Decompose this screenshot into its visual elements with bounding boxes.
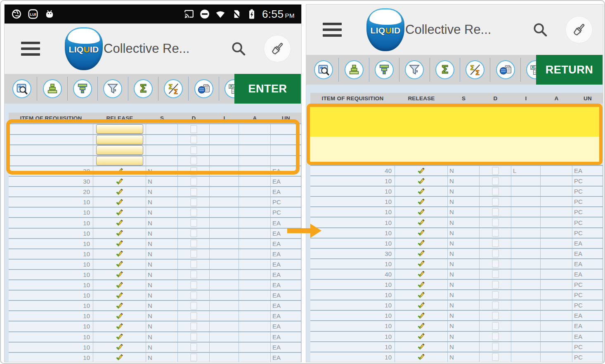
row-checkbox[interactable] bbox=[190, 239, 197, 248]
row-checkbox[interactable] bbox=[492, 332, 499, 340]
row-checkbox[interactable] bbox=[190, 302, 197, 310]
row-checkbox[interactable] bbox=[190, 353, 197, 362]
filter-button[interactable] bbox=[399, 58, 430, 82]
row-checkbox[interactable] bbox=[492, 218, 499, 227]
column-header-un[interactable]: UN bbox=[271, 115, 301, 121]
row-checkbox[interactable] bbox=[190, 312, 197, 320]
column-header-un[interactable]: UN bbox=[572, 95, 603, 102]
row-checkbox[interactable] bbox=[492, 208, 499, 216]
row-checkbox[interactable] bbox=[492, 229, 499, 237]
row-checkbox[interactable] bbox=[190, 343, 197, 351]
find-button[interactable] bbox=[309, 58, 339, 82]
enter-button[interactable]: ENTER bbox=[234, 74, 301, 104]
table-row[interactable]: 10 N PC D bbox=[310, 289, 603, 300]
table-row[interactable]: 10 N PC D bbox=[310, 175, 603, 186]
column-header-i[interactable]: I bbox=[511, 95, 541, 102]
row-checkbox[interactable] bbox=[492, 291, 499, 299]
row-checkbox[interactable] bbox=[190, 250, 197, 258]
row-checkbox[interactable] bbox=[492, 270, 499, 278]
table-row[interactable]: 10 N PC D bbox=[310, 186, 603, 196]
row-checkbox[interactable] bbox=[492, 198, 499, 206]
filter-checkbox[interactable] bbox=[190, 146, 197, 154]
menu-button[interactable] bbox=[21, 42, 40, 56]
row-checkbox[interactable] bbox=[492, 343, 499, 351]
table-row[interactable]: 10 N EA D bbox=[9, 300, 301, 310]
row-checkbox[interactable] bbox=[190, 177, 197, 186]
table-row[interactable]: 10 N PC D bbox=[9, 196, 301, 207]
row-checkbox[interactable] bbox=[492, 167, 499, 175]
table-row[interactable]: 10 N EA D bbox=[310, 238, 603, 248]
table-row[interactable]: 10 N PC D bbox=[310, 206, 603, 217]
table-row[interactable]: 30 N EA D bbox=[310, 248, 603, 258]
row-checkbox[interactable] bbox=[190, 291, 197, 300]
release-filter-input[interactable] bbox=[96, 124, 143, 134]
column-header-release[interactable]: RELEASE bbox=[93, 115, 146, 121]
table-row[interactable]: 10 N PC D bbox=[310, 196, 603, 206]
style-button[interactable] bbox=[264, 35, 291, 62]
filter-button[interactable] bbox=[98, 77, 128, 101]
row-checkbox[interactable] bbox=[492, 322, 499, 330]
filter-checkbox[interactable] bbox=[190, 135, 197, 144]
table-row[interactable]: 10 N PC D bbox=[310, 352, 603, 362]
table-row[interactable]: 10 N EA D bbox=[9, 269, 301, 279]
row-checkbox[interactable] bbox=[190, 208, 197, 217]
row-checkbox[interactable] bbox=[492, 177, 499, 185]
table-row[interactable]: 10 N EA D bbox=[9, 248, 301, 259]
column-header-a[interactable]: A bbox=[541, 95, 572, 102]
subtotal-button[interactable] bbox=[460, 58, 490, 82]
return-button[interactable]: RETURN bbox=[536, 55, 603, 85]
sum-button[interactable] bbox=[430, 58, 460, 82]
release-filter-input[interactable] bbox=[96, 156, 143, 165]
table-row[interactable]: 40 N L EA D bbox=[310, 165, 603, 175]
column-header-release[interactable]: RELEASE bbox=[395, 95, 448, 102]
row-checkbox[interactable] bbox=[190, 167, 197, 175]
row-checkbox[interactable] bbox=[492, 260, 499, 268]
sort-descending-button[interactable] bbox=[68, 77, 98, 101]
views-button[interactable] bbox=[490, 58, 520, 82]
sort-ascending-button[interactable] bbox=[339, 58, 369, 82]
row-checkbox[interactable] bbox=[190, 188, 197, 196]
sort-descending-button[interactable] bbox=[369, 58, 399, 82]
column-header-d[interactable]: D bbox=[178, 115, 210, 121]
row-checkbox[interactable] bbox=[190, 229, 197, 237]
sum-button[interactable] bbox=[128, 77, 158, 101]
column-header-i[interactable]: I bbox=[210, 115, 239, 121]
row-checkbox[interactable] bbox=[190, 333, 197, 341]
row-checkbox[interactable] bbox=[492, 187, 499, 196]
release-filter-input[interactable] bbox=[96, 145, 143, 155]
table-row[interactable]: 30 N EA D bbox=[9, 176, 301, 186]
row-checkbox[interactable] bbox=[492, 281, 499, 289]
filter-checkbox[interactable] bbox=[190, 125, 197, 133]
table-row[interactable]: 10 N EA D bbox=[9, 290, 301, 300]
filter-checkbox[interactable] bbox=[190, 156, 197, 165]
table-row[interactable]: 10 N PC D bbox=[310, 227, 603, 238]
column-header-d[interactable]: D bbox=[480, 95, 511, 102]
table-row[interactable]: 30 N EA D bbox=[9, 165, 301, 176]
row-checkbox[interactable] bbox=[190, 322, 197, 331]
search-icon[interactable] bbox=[230, 40, 247, 57]
row-checkbox[interactable] bbox=[190, 281, 197, 289]
table-row[interactable]: 10 N EA D bbox=[9, 342, 301, 352]
table-row[interactable]: 10 N PC D bbox=[310, 217, 603, 227]
sort-ascending-button[interactable] bbox=[37, 77, 67, 101]
table-row[interactable]: 10 N PC D bbox=[9, 207, 301, 217]
release-filter-input[interactable] bbox=[96, 135, 143, 144]
table-row[interactable]: 10 N EA D bbox=[310, 310, 603, 320]
subtotal-button[interactable] bbox=[158, 77, 189, 101]
table-row[interactable]: 10 N EA D bbox=[9, 352, 301, 362]
column-header-item-of-requisition[interactable]: ITEM OF REQUISITION bbox=[310, 95, 395, 102]
table-row[interactable]: 10 N PC D bbox=[310, 341, 603, 352]
table-row[interactable]: 10 N EA D bbox=[9, 259, 301, 269]
search-icon[interactable] bbox=[532, 21, 548, 38]
table-row[interactable]: 10 N EA D bbox=[310, 258, 603, 269]
style-button[interactable] bbox=[566, 17, 592, 43]
row-checkbox[interactable] bbox=[492, 301, 499, 310]
row-checkbox[interactable] bbox=[492, 249, 499, 258]
views-button[interactable] bbox=[189, 77, 219, 101]
table-row[interactable]: 10 N PC D bbox=[310, 279, 603, 289]
table-row[interactable]: 10 N EA D bbox=[9, 279, 301, 290]
table-row[interactable]: 10 N PC D bbox=[310, 300, 603, 310]
row-checkbox[interactable] bbox=[492, 353, 499, 361]
row-checkbox[interactable] bbox=[190, 270, 197, 279]
table-row[interactable]: 10 N EA D bbox=[9, 228, 301, 238]
